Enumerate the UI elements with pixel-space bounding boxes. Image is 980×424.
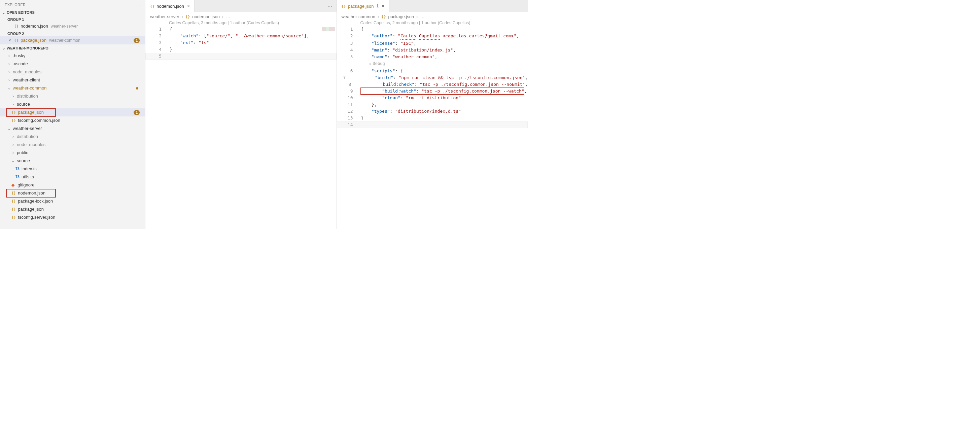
open-editors-section[interactable]: ⌄ OPEN EDITORS [0,9,145,16]
tab-actions-icon[interactable]: ··· [324,4,337,9]
tree-folder[interactable]: ›source [0,100,145,108]
line-number: 12 [343,108,353,115]
breadcrumb-item[interactable]: nodemon.json [192,14,220,19]
tab-bar: {} package.json 1 × [337,0,528,12]
chevron-right-icon: › [222,14,223,19]
explorer-title: EXPLORER [5,3,25,7]
folder-label: source [17,158,30,164]
code-editor-left[interactable]: 1{ 2 "watch": ["source/", "../weather-co… [145,26,337,229]
file-label: tsconfig.common.json [18,118,60,124]
open-editor-item[interactable]: × {} package.json weather-common 1 [0,37,145,44]
json-icon: {} [14,23,19,29]
line-number: 2 [151,33,162,40]
line-number: 9 [343,88,353,95]
line-number: 3 [343,40,353,47]
tree-folder[interactable]: ›.vscode [0,60,145,68]
json-icon: {} [11,118,16,124]
breadcrumb[interactable]: weather-common › {} package.json › … [337,12,528,20]
explorer-sidebar: EXPLORER ··· ⌄ OPEN EDITORS GROUP 1 {} n… [0,0,145,229]
tab-modified-badge: 1 [376,4,379,8]
editor-group-1-label: GROUP 1 [0,16,145,22]
tree-file-nodemon-json[interactable]: {}nodemon.json [0,189,145,197]
line-number: 1 [343,26,353,33]
tree-file[interactable]: {}tsconfig.common.json [0,116,145,124]
modified-badge: 1 [134,38,140,43]
line-number: 3 [151,40,162,46]
workspace-name: WEATHER-MONOREPO [7,46,48,50]
git-codelens[interactable]: Carles Capellas, 3 months ago | 1 author… [145,20,337,26]
file-label: package.json [18,206,44,212]
modified-dot-icon [136,87,138,89]
json-icon: {} [11,206,16,212]
tree-folder[interactable]: ›public [0,149,145,157]
folder-label: weather-server [13,125,42,132]
json-icon: {} [185,14,190,19]
json-icon: {} [11,198,16,204]
folder-label: node_modules [13,69,41,75]
line-number: 14 [343,121,353,128]
close-icon[interactable]: × [380,3,385,9]
close-icon[interactable]: × [7,37,12,43]
chevron-down-icon: ⌄ [2,10,5,15]
tree-folder[interactable]: ›.husky [0,52,145,60]
tree-file[interactable]: {}package-lock.json [0,197,145,205]
line-number: 5 [151,53,162,60]
breadcrumb-item[interactable]: package.json [388,14,414,19]
close-icon[interactable]: × [186,3,191,9]
tree-file[interactable]: TSutils.ts [0,173,145,181]
file-label: package.json [18,110,44,116]
file-label: utils.ts [22,174,34,180]
json-icon: {} [11,110,16,116]
tree-file[interactable]: {}tsconfig.server.json [0,213,145,221]
file-label: package-lock.json [18,198,53,204]
tree-file[interactable]: ◆.gitignore [0,181,145,189]
tree-file-package-json[interactable]: {} package.json 1 [0,108,145,116]
workspace-section[interactable]: ⌄ WEATHER-MONOREPO [0,44,145,52]
chevron-down-icon: ⌄ [11,158,15,164]
file-label: tsconfig.server.json [18,214,55,221]
tree-file[interactable]: TSindex.ts [0,165,145,173]
explorer-more-icon[interactable]: ··· [136,3,140,7]
chevron-right-icon: › [11,150,15,156]
open-editor-item[interactable]: {} nodemon.json weather-server [0,22,145,30]
chevron-right-icon: › [7,53,11,59]
tree-folder[interactable]: ›distribution [0,92,145,100]
explorer-header: EXPLORER ··· [0,0,145,9]
tree-folder[interactable]: ›node_modules [0,68,145,76]
ts-icon: TS [16,166,19,172]
tab-nodemon-json[interactable]: {} nodemon.json × [145,0,194,12]
chevron-down-icon: ⌄ [7,85,11,91]
open-editor-folder: weather-common [49,37,80,43]
line-number: 4 [151,46,162,53]
tab-package-json[interactable]: {} package.json 1 × [337,0,390,12]
chevron-right-icon: › [416,14,418,19]
code-editor-right[interactable]: 1{ 2 "author": "Carles Capellas <capella… [337,26,528,229]
line-number: 13 [343,115,353,121]
breadcrumb-item[interactable]: weather-common [342,14,375,19]
debug-codelens[interactable]: ▷Debug [337,60,528,68]
open-editor-filename: nodemon.json [21,23,48,29]
line-number: 4 [343,47,353,54]
breadcrumb-more[interactable]: … [420,14,425,19]
line-number: 8 [343,81,352,88]
breadcrumb-item[interactable]: weather-server [150,14,180,19]
chevron-right-icon: › [7,61,11,67]
tree-file[interactable]: {}package.json [0,205,145,213]
git-codelens[interactable]: Carles Capellas, 2 months ago | 1 author… [337,20,528,26]
tab-bar: {} nodemon.json × ··· [145,0,337,12]
editor-group-2-label: GROUP 2 [0,30,145,37]
breadcrumb[interactable]: weather-server › {} nodemon.json › … [145,12,337,20]
tree-folder[interactable]: ›node_modules [0,141,145,149]
tab-label: package.json [348,4,374,9]
tab-label: nodemon.json [156,4,184,9]
tree-folder[interactable]: ›weather-client [0,76,145,84]
line-number: 1 [151,26,162,33]
tree-folder[interactable]: ⌄source [0,157,145,165]
breadcrumb-more[interactable]: … [226,14,230,19]
line-number: 10 [343,95,353,101]
tree-folder-weather-common[interactable]: ⌄weather-common [0,84,145,92]
tree-folder-weather-server[interactable]: ⌄weather-server [0,124,145,133]
modified-badge: 1 [134,110,140,115]
folder-label: source [17,101,30,107]
tree-folder[interactable]: ›distribution [0,133,145,141]
